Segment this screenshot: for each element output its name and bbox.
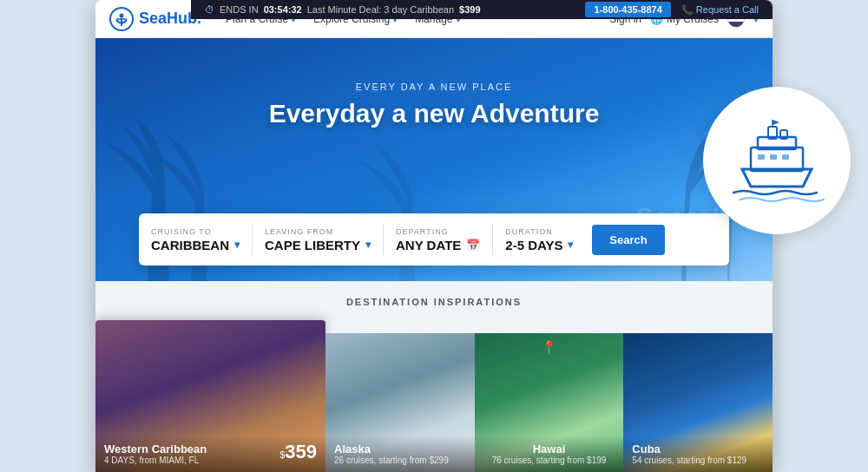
departing-value[interactable]: ANY DATE 📅 <box>396 238 480 252</box>
cruising-to-label: CRUISING TO <box>151 227 240 236</box>
browser-window: ⏱ ENDS IN 03:54:32 Last Minute Deal: 3 d… <box>95 0 773 472</box>
departing-label: DEPARTING <box>396 227 480 236</box>
card-sub-cuba: 54 cruises, starting from $129 <box>632 456 764 465</box>
hero-title: Everyday a new Adventure <box>95 99 773 128</box>
cruising-to-chevron: ▾ <box>234 239 240 251</box>
card-western-caribbean[interactable]: Western Caribbean 4 DAYS, from MIAMI, FL… <box>95 320 326 472</box>
leaving-from-chevron: ▾ <box>365 239 371 251</box>
card-price-western: $359 <box>279 441 317 463</box>
destinations-title: DESTINATION INSPIRATIONS <box>95 281 773 318</box>
lower-section: DESTINATION INSPIRATIONS Western Caribbe… <box>95 281 773 472</box>
departing-field[interactable]: DEPARTING ANY DATE 📅 <box>396 227 480 252</box>
hawaii-pin-icon: 📍 <box>542 340 556 354</box>
divider-2 <box>383 224 384 255</box>
card-overlay-hawaii: Hawai 76 cruises, starting from $199 <box>475 436 624 472</box>
timer-ends-label: ENDS IN <box>220 4 259 15</box>
card-cuba[interactable]: Cuba 54 cruises, starting from $129 <box>623 333 773 472</box>
leaving-from-value[interactable]: CAPE LIBERTY ▾ <box>265 238 371 252</box>
announcement-bar: ⏱ ENDS IN 03:54:32 Last Minute Deal: 3 d… <box>191 0 773 19</box>
duration-value[interactable]: 2-5 DAYS ▾ <box>505 238 575 252</box>
anchor-icon <box>109 7 134 31</box>
card-title-hawaii: Hawai <box>483 442 615 456</box>
deal-text: Last Minute Deal: 3 day Caribbean <box>307 4 454 15</box>
phone-button[interactable]: 1-800-435-8874 <box>585 2 670 17</box>
phone-icon: 📞 <box>681 4 694 15</box>
request-call-link[interactable]: 📞 Request a Call <box>681 4 759 16</box>
card-title-cuba: Cuba <box>632 442 764 456</box>
card-hawaii[interactable]: 📍 Hawai 76 cruises, starting from $199 <box>475 333 624 472</box>
calendar-icon: 📅 <box>466 239 480 252</box>
destination-cards: Western Caribbean 4 DAYS, from MIAMI, FL… <box>95 333 773 472</box>
search-button[interactable]: Search <box>592 225 664 255</box>
hero-text: EVERY DAY A NEW PLACE Everyday a new Adv… <box>95 82 773 128</box>
card-overlay-alaska: Alaska 26 cruises, starting from $299 <box>326 436 475 472</box>
search-box: CRUISING TO CARIBBEAN ▾ LEAVING FROM CAP… <box>139 213 729 266</box>
leaving-from-field[interactable]: LEAVING FROM CAPE LIBERTY ▾ <box>265 227 371 252</box>
svg-point-1 <box>120 13 124 17</box>
logo[interactable]: SeaHub. <box>109 7 201 31</box>
cruising-to-value[interactable]: CARIBBEAN ▾ <box>151 238 240 252</box>
hero-section: Scorch EVERY DAY A NEW PLACE Everyday a … <box>95 38 773 281</box>
duration-field[interactable]: DURATION 2-5 DAYS ▾ <box>505 227 575 252</box>
divider-1 <box>252 224 253 255</box>
leaving-from-label: LEAVING FROM <box>265 227 371 236</box>
divider-3 <box>492 224 493 255</box>
card-sub-alaska: 26 cruises, starting from $299 <box>334 456 466 465</box>
card-sub-hawaii: 76 cruises, starting from $199 <box>483 456 615 465</box>
timer-value: 03:54:32 <box>264 4 302 15</box>
card-title-alaska: Alaska <box>334 442 466 456</box>
svg-rect-5 <box>758 154 765 160</box>
svg-rect-6 <box>770 154 777 160</box>
ship-circle <box>703 87 851 234</box>
deal-price: $399 <box>459 4 480 15</box>
cruising-to-field[interactable]: CRUISING TO CARIBBEAN ▾ <box>151 227 240 252</box>
cruise-ship-icon <box>725 113 829 208</box>
card-alaska[interactable]: Alaska 26 cruises, starting from $299 <box>326 333 475 472</box>
svg-marker-12 <box>773 120 779 125</box>
timer-icon: ⏱ <box>205 4 214 15</box>
card-overlay-cuba: Cuba 54 cruises, starting from $129 <box>623 436 773 472</box>
duration-chevron: ▾ <box>568 239 573 251</box>
svg-rect-7 <box>782 154 789 160</box>
duration-label: DURATION <box>505 227 575 236</box>
hero-subtitle: EVERY DAY A NEW PLACE <box>95 82 773 92</box>
